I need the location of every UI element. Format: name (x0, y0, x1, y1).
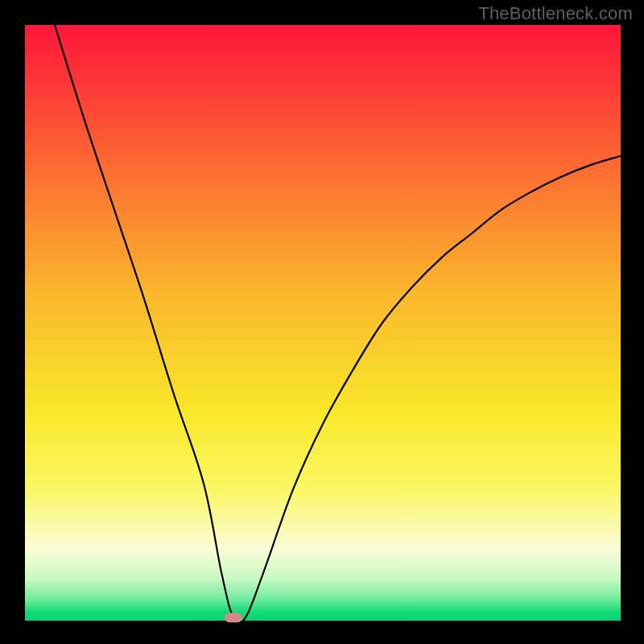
chart-frame: TheBottleneck.com (0, 0, 644, 644)
plot-background (25, 25, 621, 621)
optimum-marker (225, 613, 242, 622)
watermark-text: TheBottleneck.com (478, 3, 633, 24)
bottleneck-chart (0, 0, 644, 644)
